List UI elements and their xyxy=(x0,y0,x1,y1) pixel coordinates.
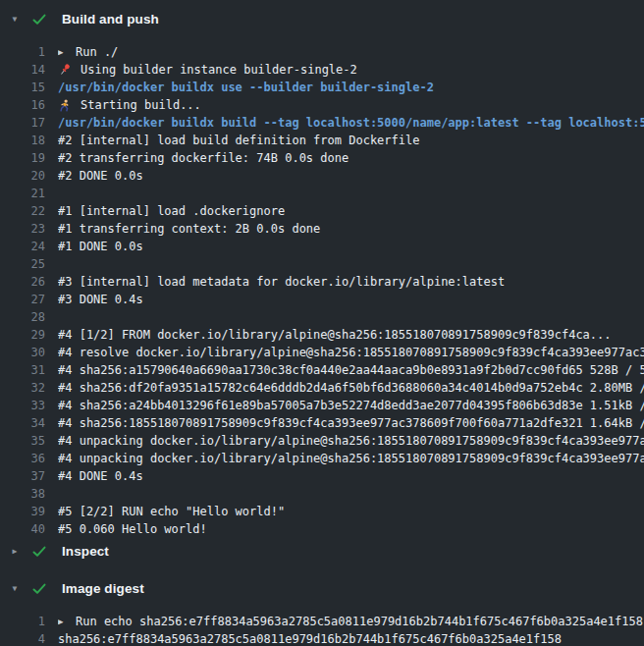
line-number[interactable]: 26 xyxy=(8,273,45,291)
line-number[interactable]: 16 xyxy=(8,96,45,114)
line-text: #4 [1/2] FROM docker.io/library/alpine@s… xyxy=(58,326,644,344)
line-text xyxy=(58,255,644,273)
log-line: 25 xyxy=(0,255,644,273)
log-line: 20 #2 DONE 0.0s xyxy=(0,167,644,185)
log-section-build-and-push: ▼ Build and push 1 ▶Run ./ 14 Using buil… xyxy=(0,10,644,538)
log-line: 33 #4 sha256:a24bb4013296f61e89ba57005a7… xyxy=(0,397,644,414)
triangle-down-icon[interactable]: ▼ xyxy=(9,11,21,28)
line-text: #4 resolve docker.io/library/alpine@sha2… xyxy=(58,344,644,361)
line-number[interactable]: 25 xyxy=(8,255,45,273)
line-number[interactable]: 14 xyxy=(8,61,45,79)
line-number[interactable]: 37 xyxy=(8,467,45,485)
workflow-log-viewer: ▼ Build and push 1 ▶Run ./ 14 Using buil… xyxy=(0,0,644,646)
line-text: #4 DONE 0.4s xyxy=(58,467,644,485)
section-title: Image digest xyxy=(62,580,144,598)
line-number[interactable]: 1 xyxy=(8,613,45,630)
log-line: 30 #4 resolve docker.io/library/alpine@s… xyxy=(0,344,644,361)
line-number[interactable]: 4 xyxy=(8,630,45,646)
log-line: 15 /usr/bin/docker buildx use --builder … xyxy=(0,79,644,96)
line-number[interactable]: 23 xyxy=(8,220,45,238)
log-line: 34 #4 sha256:185518070891758909c9f839cf4… xyxy=(0,414,644,432)
line-text: ▶Run echo sha256:e7ff8834a5963a2785c5a08… xyxy=(58,613,644,630)
line-text: /usr/bin/docker buildx use --builder bui… xyxy=(58,79,644,96)
log-line: 21 xyxy=(0,185,644,202)
run-group-expander-icon[interactable]: ▶ xyxy=(58,613,68,630)
check-icon xyxy=(32,13,47,27)
log-line: 17 /usr/bin/docker buildx build --tag lo… xyxy=(0,114,644,132)
line-text: #4 unpacking docker.io/library/alpine@sh… xyxy=(58,450,644,467)
section-header[interactable]: ▶ Inspect xyxy=(0,542,644,562)
line-text: Using builder instance builder-single-2 xyxy=(58,61,644,79)
log-line: 32 #4 sha256:df20fa9351a15782c64e6dddb2d… xyxy=(0,379,644,397)
log-line: 28 xyxy=(0,308,644,326)
line-number[interactable]: 29 xyxy=(8,326,45,344)
line-text: #1 DONE 0.0s xyxy=(58,238,644,255)
log-line: 1 ▶Run echo sha256:e7ff8834a5963a2785c5a… xyxy=(0,613,644,630)
log-line: 23 #1 transferring context: 2B 0.0s done xyxy=(0,220,644,238)
line-text: #5 0.060 Hello world! xyxy=(58,520,644,538)
line-text: #4 unpacking docker.io/library/alpine@sh… xyxy=(58,432,644,450)
log-line: 27 #3 DONE 0.4s xyxy=(0,291,644,308)
line-number[interactable]: 21 xyxy=(8,185,45,202)
line-text xyxy=(58,485,644,503)
line-text: #2 [internal] load build definition from… xyxy=(58,132,644,149)
line-number[interactable]: 39 xyxy=(8,503,45,520)
line-number[interactable]: 27 xyxy=(8,291,45,308)
triangle-right-icon[interactable]: ▶ xyxy=(9,543,21,561)
line-number[interactable]: 24 xyxy=(8,238,45,255)
line-number[interactable]: 33 xyxy=(8,397,45,414)
log-section-image-digest: ▼ Image digest 1 ▶Run echo sha256:e7ff88… xyxy=(0,579,644,646)
line-text: /usr/bin/docker buildx build --tag local… xyxy=(58,114,644,132)
line-number[interactable]: 36 xyxy=(8,450,45,467)
log-line: 37 #4 DONE 0.4s xyxy=(0,467,644,485)
line-text: #2 DONE 0.0s xyxy=(58,167,644,185)
line-number[interactable]: 18 xyxy=(8,132,45,149)
line-number[interactable]: 17 xyxy=(8,114,45,132)
line-number[interactable]: 34 xyxy=(8,414,45,432)
log-section-inspect: ▶ Inspect xyxy=(0,542,644,562)
log-line: 18 #2 [internal] load build definition f… xyxy=(0,132,644,149)
log-line: 38 xyxy=(0,485,644,503)
line-number[interactable]: 19 xyxy=(8,149,45,167)
line-text: #4 sha256:a24bb4013296f61e89ba57005a7b3e… xyxy=(58,397,644,414)
line-number[interactable]: 32 xyxy=(8,379,45,397)
line-number[interactable]: 38 xyxy=(8,485,45,503)
triangle-down-icon[interactable]: ▼ xyxy=(9,580,21,598)
check-icon xyxy=(32,582,47,596)
line-text xyxy=(58,185,644,202)
log-line: 39 #5 [2/2] RUN echo "Hello world!" xyxy=(0,503,644,520)
line-text: #1 transferring context: 2B 0.0s done xyxy=(58,220,644,238)
line-text: #2 transferring dockerfile: 74B 0.0s don… xyxy=(58,149,644,167)
section-header[interactable]: ▼ Image digest xyxy=(0,579,644,599)
line-number[interactable]: 1 xyxy=(8,43,45,61)
log-line: 26 #3 [internal] load metadata for docke… xyxy=(0,273,644,291)
run-group-expander-icon[interactable]: ▶ xyxy=(58,43,68,61)
log-line: 29 #4 [1/2] FROM docker.io/library/alpin… xyxy=(0,326,644,344)
runner-icon xyxy=(58,98,73,113)
line-number[interactable]: 35 xyxy=(8,432,45,450)
line-number[interactable]: 28 xyxy=(8,308,45,326)
line-text: #4 sha256:a15790640a6690aa1730c38cf0a440… xyxy=(58,361,644,379)
log-line: 22 #1 [internal] load .dockerignore xyxy=(0,202,644,220)
line-text: sha256:e7ff8834a5963a2785c5a0811e979d16b… xyxy=(58,630,644,646)
section-lines: 1 ▶Run echo sha256:e7ff8834a5963a2785c5a… xyxy=(0,613,644,646)
section-title: Inspect xyxy=(62,543,109,561)
line-text xyxy=(58,308,644,326)
check-icon xyxy=(32,545,47,559)
log-line: 14 Using builder instance builder-single… xyxy=(0,61,644,79)
line-number[interactable]: 15 xyxy=(8,79,45,96)
section-title: Build and push xyxy=(62,11,159,28)
line-number[interactable]: 31 xyxy=(8,361,45,379)
line-number[interactable]: 20 xyxy=(8,167,45,185)
line-text: Starting build... xyxy=(58,96,644,114)
line-text: #4 sha256:df20fa9351a15782c64e6dddb2d4a6… xyxy=(58,379,644,397)
section-header[interactable]: ▼ Build and push xyxy=(0,10,644,29)
log-line: 19 #2 transferring dockerfile: 74B 0.0s … xyxy=(0,149,644,167)
section-lines: 1 ▶Run ./ 14 Using builder instance buil… xyxy=(0,43,644,538)
log-line: 1 ▶Run ./ xyxy=(0,43,644,61)
line-number[interactable]: 22 xyxy=(8,202,45,220)
line-number[interactable]: 40 xyxy=(8,520,45,538)
log-line: 35 #4 unpacking docker.io/library/alpine… xyxy=(0,432,644,450)
log-line: 40 #5 0.060 Hello world! xyxy=(0,520,644,538)
line-number[interactable]: 30 xyxy=(8,344,45,361)
